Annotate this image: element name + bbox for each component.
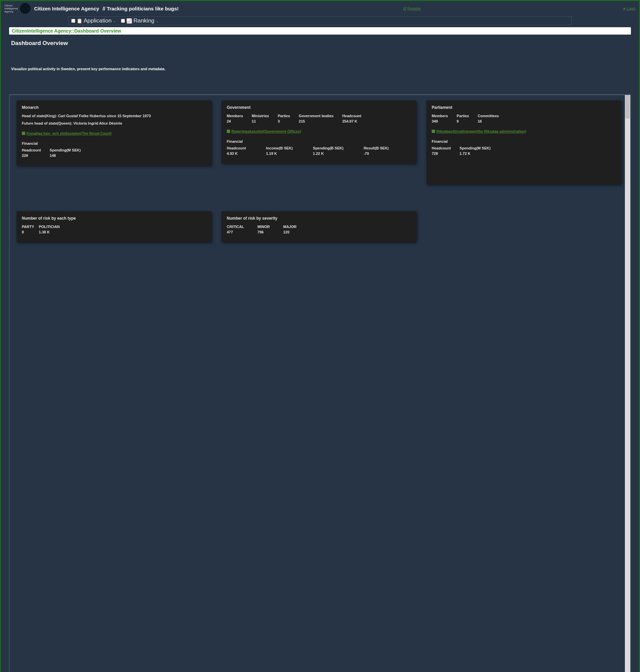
government-card: Government Members24 Ministries11 Partie… xyxy=(221,101,416,164)
stat-value: 796 xyxy=(257,230,270,234)
logo-text: Citizen Intelligence Agency xyxy=(4,4,18,13)
register-icon: ⇄ xyxy=(403,6,406,11)
stat-label: Headcount xyxy=(227,146,246,150)
stat-value: 254.97 K xyxy=(342,119,362,123)
stat-item: Spending(M SEK)148 xyxy=(50,148,81,158)
risk-type-title: Number of risk by each type xyxy=(22,216,206,221)
stat-label: Headcount xyxy=(342,114,362,118)
menubar: 📋 Application ⌄ 📈 Ranking ⌄ xyxy=(68,16,572,25)
app-title: Citizen Intelligence Agency xyxy=(34,6,99,11)
stat-value: 477 xyxy=(227,230,244,234)
stat-item: Spending(M SEK)1.72 K xyxy=(460,146,491,155)
stat-label: Spending(B SEK) xyxy=(313,146,343,150)
logo-icon xyxy=(20,3,31,14)
stat-item: Spending(B SEK)1.22 K xyxy=(313,146,343,155)
government-financial-title: Financial xyxy=(227,139,411,144)
stat-label: CRITICAL xyxy=(227,225,244,229)
stat-label: Income(B SEK) xyxy=(266,146,293,150)
clipboard-icon: 📋 xyxy=(77,18,82,24)
login-link[interactable]: ➜ Login xyxy=(623,6,636,11)
stat-label: Members xyxy=(227,114,243,118)
stat-value: 148 xyxy=(50,153,81,158)
risk-severity-card: Number of risk by severity CRITICAL477 M… xyxy=(221,211,416,242)
stat-value: 728 xyxy=(432,151,451,155)
page-description: Visualize political activity in Sweden, … xyxy=(11,67,629,71)
menu-application[interactable]: 📋 Application ⌄ xyxy=(70,17,117,24)
government-link-label: Regeringskansliet(Government Offices) xyxy=(232,129,301,133)
government-fin-stats: Headcount4.93 K Income(B SEK)1.19 K Spen… xyxy=(227,146,411,155)
stat-item: Government bodies215 xyxy=(299,114,333,123)
building-icon xyxy=(227,130,230,133)
stat-item: Headcount228 xyxy=(22,148,41,158)
stat-label: MAJOR xyxy=(283,225,297,229)
chart-icon: 📈 xyxy=(126,18,132,24)
parliament-link[interactable]: Riksdagsförvaltningen(the Riksdag admini… xyxy=(432,129,526,133)
register-link[interactable]: ⇄ Register xyxy=(403,6,421,11)
app-tagline: // Tracking politicians like bugs! xyxy=(102,6,179,11)
login-icon: ➜ xyxy=(623,6,626,11)
stat-label: Committees xyxy=(478,114,499,118)
dashboard-panel: Monarch Head of state(King): Carl Gustaf… xyxy=(9,94,631,672)
stat-label: Result(B SEK) xyxy=(364,146,389,150)
stat-label: PARTY xyxy=(22,225,34,229)
stat-item: PARTY8 xyxy=(22,225,34,234)
stat-item: Ministries11 xyxy=(252,114,269,123)
stat-label: Spending(M SEK) xyxy=(50,148,81,152)
stat-value: 349 xyxy=(432,119,448,123)
parliament-top-stats: Members349 Parties9 Committees16 xyxy=(432,114,616,123)
government-title: Government xyxy=(227,105,411,110)
stat-item: CRITICAL477 xyxy=(227,225,244,234)
stat-value: 215 xyxy=(299,119,333,123)
building-icon xyxy=(432,130,435,133)
stat-label: Parties xyxy=(456,114,469,118)
parliament-title: Parliament xyxy=(432,105,616,110)
risk-severity-stats: CRITICAL477 MINOR796 MAJOR120 xyxy=(227,225,411,234)
parliament-financial-title: Financial xyxy=(432,139,616,144)
stat-item: Committees16 xyxy=(478,114,499,123)
stat-item: Headcount254.97 K xyxy=(342,114,362,123)
risk-severity-title: Number of risk by severity xyxy=(227,216,411,221)
stat-item: Members349 xyxy=(432,114,448,123)
monarch-link[interactable]: Kungliga hov- och slottsstaten(The Royal… xyxy=(22,131,112,135)
stat-label: Headcount xyxy=(432,146,451,150)
risk-type-card: Number of risk by each type PARTY8 POLIT… xyxy=(16,211,211,242)
menu-ranking[interactable]: 📈 Ranking ⌄ xyxy=(120,17,160,24)
stat-label: MINOR xyxy=(257,225,270,229)
stat-item: POLITICIAN1.38 K xyxy=(39,225,59,234)
stat-item: Parties3 xyxy=(278,114,290,123)
stat-item: Parties9 xyxy=(456,114,469,123)
register-label: Register xyxy=(407,6,421,11)
stat-value: 1.72 K xyxy=(460,151,491,155)
government-link[interactable]: Regeringskansliet(Government Offices) xyxy=(227,129,301,133)
monarch-link-label: Kungliga hov- och slottsstaten(The Royal… xyxy=(27,131,112,135)
stat-label: Ministries xyxy=(252,114,269,118)
vertical-scrollbar[interactable] xyxy=(625,95,630,672)
stat-item: Headcount4.93 K xyxy=(227,146,246,155)
stat-label: POLITICIAN xyxy=(39,225,59,229)
stat-value: 1.38 K xyxy=(39,230,59,234)
scrollbar-thumb[interactable] xyxy=(625,95,630,119)
monarch-financial-title: Financial xyxy=(22,141,206,146)
monarch-title: Monarch xyxy=(22,105,206,110)
stat-value: -70 xyxy=(364,151,389,155)
stat-label: Parties xyxy=(278,114,290,118)
stat-label: Government bodies xyxy=(299,114,333,118)
login-label: Login xyxy=(627,6,636,11)
parliament-link-label: Riksdagsförvaltningen(the Riksdag admini… xyxy=(436,129,526,133)
parliament-fin-stats: Headcount728 Spending(M SEK)1.72 K xyxy=(432,146,616,155)
stat-value: 16 xyxy=(478,119,499,123)
menu-ranking-check[interactable] xyxy=(121,19,125,23)
building-icon xyxy=(22,132,25,135)
stat-item: Members24 xyxy=(227,114,243,123)
chevron-down-icon: ⌄ xyxy=(113,19,116,23)
stat-item: MAJOR120 xyxy=(283,225,297,234)
chevron-down-icon: ⌄ xyxy=(156,19,159,23)
stat-label: Spending(M SEK) xyxy=(460,146,491,150)
stat-value: 8 xyxy=(22,230,34,234)
menu-application-check[interactable] xyxy=(71,19,75,23)
stat-value: 9 xyxy=(456,119,469,123)
monarch-stats: Headcount228 Spending(M SEK)148 xyxy=(22,148,206,158)
menu-application-label: Application xyxy=(84,17,112,24)
stat-value: 228 xyxy=(22,153,41,158)
parliament-card: Parliament Members349 Parties9 Committee… xyxy=(426,101,621,184)
